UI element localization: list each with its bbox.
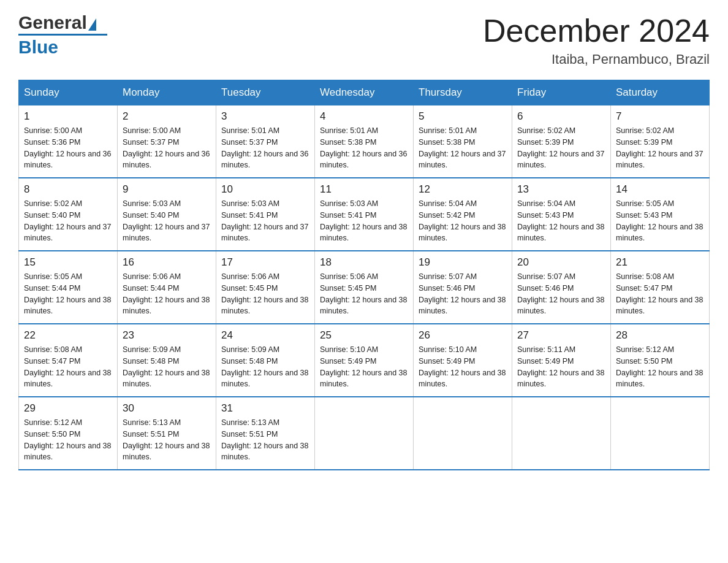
day-info: Sunrise: 5:12 AM Sunset: 5:50 PM Dayligh… <box>616 344 704 390</box>
header-day-tuesday: Tuesday <box>216 80 315 105</box>
day-info: Sunrise: 5:00 AM Sunset: 5:36 PM Dayligh… <box>24 125 112 171</box>
calendar-cell: 11 Sunrise: 5:03 AM Sunset: 5:41 PM Dayl… <box>315 178 414 251</box>
day-number: 27 <box>517 329 605 342</box>
logo-divider <box>18 34 107 36</box>
calendar-cell: 22 Sunrise: 5:08 AM Sunset: 5:47 PM Dayl… <box>19 324 118 397</box>
day-info: Sunrise: 5:02 AM Sunset: 5:39 PM Dayligh… <box>517 125 605 171</box>
calendar-cell: 4 Sunrise: 5:01 AM Sunset: 5:38 PM Dayli… <box>315 105 414 178</box>
day-info: Sunrise: 5:03 AM Sunset: 5:41 PM Dayligh… <box>221 198 309 244</box>
calendar-cell: 7 Sunrise: 5:02 AM Sunset: 5:39 PM Dayli… <box>611 105 710 178</box>
day-info: Sunrise: 5:08 AM Sunset: 5:47 PM Dayligh… <box>24 344 112 390</box>
day-info: Sunrise: 5:03 AM Sunset: 5:40 PM Dayligh… <box>123 198 211 244</box>
calendar-table: SundayMondayTuesdayWednesdayThursdayFrid… <box>18 80 710 470</box>
calendar-cell: 2 Sunrise: 5:00 AM Sunset: 5:37 PM Dayli… <box>118 105 216 178</box>
day-info: Sunrise: 5:13 AM Sunset: 5:51 PM Dayligh… <box>123 417 211 463</box>
calendar-cell: 10 Sunrise: 5:03 AM Sunset: 5:41 PM Dayl… <box>216 178 315 251</box>
day-number: 18 <box>320 256 408 269</box>
calendar-cell: 12 Sunrise: 5:04 AM Sunset: 5:42 PM Dayl… <box>414 178 512 251</box>
header-day-wednesday: Wednesday <box>315 80 414 105</box>
calendar-cell: 17 Sunrise: 5:06 AM Sunset: 5:45 PM Dayl… <box>216 251 315 324</box>
day-info: Sunrise: 5:03 AM Sunset: 5:41 PM Dayligh… <box>320 198 408 244</box>
day-info: Sunrise: 5:10 AM Sunset: 5:49 PM Dayligh… <box>320 344 408 390</box>
day-info: Sunrise: 5:09 AM Sunset: 5:48 PM Dayligh… <box>221 344 309 390</box>
header-day-saturday: Saturday <box>611 80 710 105</box>
day-number: 7 <box>616 110 704 123</box>
day-number: 5 <box>419 110 507 123</box>
header-day-sunday: Sunday <box>19 80 118 105</box>
header-day-friday: Friday <box>512 80 611 105</box>
day-info: Sunrise: 5:11 AM Sunset: 5:49 PM Dayligh… <box>517 344 605 390</box>
calendar-cell: 20 Sunrise: 5:07 AM Sunset: 5:46 PM Dayl… <box>512 251 611 324</box>
logo-arrow-icon <box>88 18 96 31</box>
calendar-cell: 13 Sunrise: 5:04 AM Sunset: 5:43 PM Dayl… <box>512 178 611 251</box>
day-number: 6 <box>517 110 605 123</box>
calendar-cell: 16 Sunrise: 5:06 AM Sunset: 5:44 PM Dayl… <box>118 251 216 324</box>
calendar-cell: 8 Sunrise: 5:02 AM Sunset: 5:40 PM Dayli… <box>19 178 118 251</box>
day-number: 28 <box>616 329 704 342</box>
calendar-cell: 5 Sunrise: 5:01 AM Sunset: 5:38 PM Dayli… <box>414 105 512 178</box>
calendar-cell: 1 Sunrise: 5:00 AM Sunset: 5:36 PM Dayli… <box>19 105 118 178</box>
logo-row: General <box>18 12 96 33</box>
day-info: Sunrise: 5:12 AM Sunset: 5:50 PM Dayligh… <box>24 417 112 463</box>
calendar-cell: 31 Sunrise: 5:13 AM Sunset: 5:51 PM Dayl… <box>216 397 315 470</box>
day-number: 22 <box>24 329 112 342</box>
day-info: Sunrise: 5:05 AM Sunset: 5:44 PM Dayligh… <box>24 271 112 317</box>
calendar-cell <box>512 397 611 470</box>
day-number: 21 <box>616 256 704 269</box>
day-number: 1 <box>24 110 112 123</box>
day-number: 25 <box>320 329 408 342</box>
week-row-5: 29 Sunrise: 5:12 AM Sunset: 5:50 PM Dayl… <box>19 397 710 470</box>
day-number: 13 <box>517 183 605 196</box>
day-info: Sunrise: 5:00 AM Sunset: 5:37 PM Dayligh… <box>123 125 211 171</box>
day-number: 26 <box>419 329 507 342</box>
day-number: 10 <box>221 183 309 196</box>
location: Itaiba, Pernambuco, Brazil <box>483 52 710 67</box>
calendar-cell: 29 Sunrise: 5:12 AM Sunset: 5:50 PM Dayl… <box>19 397 118 470</box>
calendar-cell: 19 Sunrise: 5:07 AM Sunset: 5:46 PM Dayl… <box>414 251 512 324</box>
day-number: 24 <box>221 329 309 342</box>
day-number: 30 <box>123 402 211 415</box>
calendar-cell <box>414 397 512 470</box>
day-number: 3 <box>221 110 309 123</box>
calendar-cell: 27 Sunrise: 5:11 AM Sunset: 5:49 PM Dayl… <box>512 324 611 397</box>
day-info: Sunrise: 5:13 AM Sunset: 5:51 PM Dayligh… <box>221 417 309 463</box>
day-number: 31 <box>221 402 309 415</box>
calendar-cell: 15 Sunrise: 5:05 AM Sunset: 5:44 PM Dayl… <box>19 251 118 324</box>
week-row-4: 22 Sunrise: 5:08 AM Sunset: 5:47 PM Dayl… <box>19 324 710 397</box>
week-row-1: 1 Sunrise: 5:00 AM Sunset: 5:36 PM Dayli… <box>19 105 710 178</box>
month-title: December 2024 <box>483 12 710 49</box>
day-number: 12 <box>419 183 507 196</box>
day-info: Sunrise: 5:09 AM Sunset: 5:48 PM Dayligh… <box>123 344 211 390</box>
day-number: 23 <box>123 329 211 342</box>
calendar-cell: 30 Sunrise: 5:13 AM Sunset: 5:51 PM Dayl… <box>118 397 216 470</box>
day-info: Sunrise: 5:06 AM Sunset: 5:44 PM Dayligh… <box>123 271 211 317</box>
day-number: 17 <box>221 256 309 269</box>
calendar-cell: 23 Sunrise: 5:09 AM Sunset: 5:48 PM Dayl… <box>118 324 216 397</box>
day-number: 11 <box>320 183 408 196</box>
day-number: 9 <box>123 183 211 196</box>
week-row-3: 15 Sunrise: 5:05 AM Sunset: 5:44 PM Dayl… <box>19 251 710 324</box>
day-number: 15 <box>24 256 112 269</box>
logo: General Blue <box>18 12 107 58</box>
calendar-cell: 6 Sunrise: 5:02 AM Sunset: 5:39 PM Dayli… <box>512 105 611 178</box>
day-info: Sunrise: 5:02 AM Sunset: 5:40 PM Dayligh… <box>24 198 112 244</box>
day-info: Sunrise: 5:05 AM Sunset: 5:43 PM Dayligh… <box>616 198 704 244</box>
day-info: Sunrise: 5:08 AM Sunset: 5:47 PM Dayligh… <box>616 271 704 317</box>
calendar-cell <box>611 397 710 470</box>
calendar-cell: 9 Sunrise: 5:03 AM Sunset: 5:40 PM Dayli… <box>118 178 216 251</box>
calendar-cell: 24 Sunrise: 5:09 AM Sunset: 5:48 PM Dayl… <box>216 324 315 397</box>
calendar-cell: 14 Sunrise: 5:05 AM Sunset: 5:43 PM Dayl… <box>611 178 710 251</box>
header-day-monday: Monday <box>118 80 216 105</box>
day-info: Sunrise: 5:02 AM Sunset: 5:39 PM Dayligh… <box>616 125 704 171</box>
day-info: Sunrise: 5:01 AM Sunset: 5:38 PM Dayligh… <box>419 125 507 171</box>
calendar-cell: 18 Sunrise: 5:06 AM Sunset: 5:45 PM Dayl… <box>315 251 414 324</box>
day-info: Sunrise: 5:06 AM Sunset: 5:45 PM Dayligh… <box>221 271 309 317</box>
day-number: 4 <box>320 110 408 123</box>
day-info: Sunrise: 5:07 AM Sunset: 5:46 PM Dayligh… <box>419 271 507 317</box>
day-info: Sunrise: 5:04 AM Sunset: 5:42 PM Dayligh… <box>419 198 507 244</box>
day-number: 8 <box>24 183 112 196</box>
calendar-cell: 28 Sunrise: 5:12 AM Sunset: 5:50 PM Dayl… <box>611 324 710 397</box>
logo-blue-label: Blue <box>18 37 58 58</box>
header-day-thursday: Thursday <box>414 80 512 105</box>
day-number: 29 <box>24 402 112 415</box>
